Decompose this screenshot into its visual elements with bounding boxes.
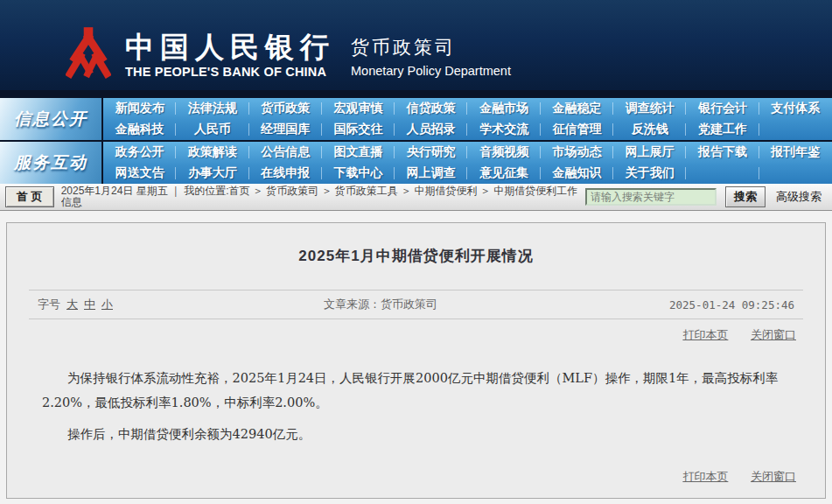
nav-section: 服务互动政务公开政策解读公告信息图文直播央行研究音频视频市场动态网上展厅报告下载… (0, 142, 832, 184)
nav-item[interactable]: 市场动态 (541, 142, 613, 163)
article-body: 为保持银行体系流动性充裕，2025年1月24日，人民银行开展2000亿元中期借贷… (42, 366, 790, 446)
nav-item[interactable]: 网上调查 (395, 163, 467, 184)
home-button[interactable]: 首 页 (5, 186, 54, 207)
nav-item[interactable]: 银行会计 (686, 98, 759, 119)
nav-top-strip (0, 90, 832, 98)
font-size-links: 大中小 (60, 298, 113, 311)
print-page-link[interactable]: 打印本页 (682, 470, 728, 483)
font-size-control: 字号大中小 (38, 297, 324, 312)
article-paragraph: 操作后，中期借贷便利余额为42940亿元。 (42, 422, 790, 446)
nav-item[interactable]: 政策解读 (176, 142, 248, 163)
nav-item[interactable]: 金融知识 (541, 163, 613, 184)
nav-item[interactable]: 金融市场 (467, 98, 540, 119)
nav-item[interactable]: 图文直播 (322, 142, 395, 163)
nav-item[interactable]: 征信管理 (541, 119, 613, 140)
font-size-option[interactable]: 小 (101, 298, 113, 311)
nav-grid: 新闻发布法律法规货币政策宏观审慎信贷政策金融市场金融稳定调查统计银行会计支付体系… (103, 98, 832, 140)
nav-item[interactable]: 宏观审慎 (322, 98, 395, 119)
search-input[interactable] (585, 188, 717, 206)
nav-item[interactable]: 网送文告 (103, 163, 176, 184)
nav-cell-empty (759, 163, 832, 184)
nav-item[interactable]: 央行研究 (395, 142, 467, 163)
nav-item[interactable]: 党建工作 (686, 119, 759, 140)
site-header: 中国人民银行 THE PEOPLE'S BANK OF CHINA 货币政策司 … (0, 0, 832, 90)
nav-section: 信息公开新闻发布法律法规货币政策宏观审慎信贷政策金融市场金融稳定调查统计银行会计… (0, 98, 832, 140)
nav-item[interactable]: 意见征集 (467, 163, 540, 184)
nav-item[interactable]: 货币政策 (249, 98, 322, 119)
nav-item[interactable]: 音频视频 (467, 142, 540, 163)
article-source: 文章来源：货币政策司 (324, 297, 669, 312)
article-actions-top: 打印本页 关闭窗口 (7, 327, 796, 343)
nav-item[interactable]: 政务公开 (103, 142, 176, 163)
article-paragraph: 为保持银行体系流动性充裕，2025年1月24日，人民银行开展2000亿元中期借贷… (42, 366, 790, 415)
font-size-label: 字号 (38, 298, 60, 311)
close-window-link[interactable]: 关闭窗口 (751, 470, 796, 483)
nav-item[interactable]: 调查统计 (613, 98, 686, 119)
breadcrumb-separator: ｜ (171, 186, 181, 197)
nav-item[interactable]: 经理国库 (249, 119, 322, 140)
font-size-option[interactable]: 大 (66, 298, 78, 311)
nav-item[interactable]: 金融稳定 (541, 98, 613, 119)
breadcrumb-toolbar: 首 页 2025年1月24日 星期五 ｜ 我的位置:首页 ＞ 货币政策司 ＞ 货… (0, 184, 832, 211)
nav-cell-empty (759, 119, 832, 140)
bank-title-block: 中国人民银行 THE PEOPLE'S BANK OF CHINA (125, 32, 335, 79)
nav-item[interactable]: 网上展厅 (613, 142, 686, 163)
nav-item[interactable]: 法律法规 (176, 98, 248, 119)
font-size-option[interactable]: 中 (84, 298, 95, 311)
source-value: 货币政策司 (381, 298, 437, 311)
nav-cell-empty (686, 163, 759, 184)
article-meta-row: 字号大中小 文章来源：货币政策司 2025-01-24 09:25:46 (29, 290, 803, 319)
department-name-cn: 货币政策司 (351, 35, 511, 60)
print-page-link[interactable]: 打印本页 (682, 328, 728, 341)
nav-item[interactable]: 报告下载 (686, 142, 759, 163)
source-label: 文章来源： (324, 298, 381, 311)
nav-item[interactable]: 人员招录 (395, 119, 467, 140)
nav-item[interactable]: 在线申报 (249, 163, 322, 184)
bank-name-cn: 中国人民银行 (125, 32, 335, 62)
department-title-block: 货币政策司 Monetary Policy Department (351, 35, 511, 79)
nav-item[interactable]: 支付体系 (759, 98, 832, 119)
nav-item[interactable]: 报刊年鉴 (759, 142, 832, 163)
department-name-en: Monetary Policy Department (351, 64, 511, 78)
nav-item[interactable]: 金融科技 (103, 119, 176, 140)
nav-item[interactable]: 信贷政策 (395, 98, 467, 119)
nav-item[interactable]: 办事大厅 (176, 163, 248, 184)
nav-item[interactable]: 反洗钱 (613, 119, 686, 140)
main-nav: 信息公开新闻发布法律法规货币政策宏观审慎信贷政策金融市场金融稳定调查统计银行会计… (0, 98, 832, 184)
article-container: 2025年1月中期借贷便利开展情况 字号大中小 文章来源：货币政策司 2025-… (6, 222, 826, 499)
nav-section-label[interactable]: 服务互动 (0, 142, 103, 184)
nav-grid: 政务公开政策解读公告信息图文直播央行研究音频视频市场动态网上展厅报告下载报刊年鉴… (103, 142, 832, 184)
breadcrumb: 2025年1月24日 星期五 ｜ 我的位置:首页 ＞ 货币政策司 ＞ 货币政策工… (61, 186, 585, 208)
article-datetime: 2025-01-24 09:25:46 (669, 298, 794, 312)
article-actions-bottom: 打印本页 关闭窗口 (7, 469, 796, 485)
nav-item[interactable]: 新闻发布 (103, 98, 176, 119)
pboc-emblem-icon (66, 26, 111, 79)
nav-item[interactable]: 关于我们 (613, 163, 686, 184)
nav-item[interactable]: 学术交流 (467, 119, 540, 140)
nav-item[interactable]: 人民币 (176, 119, 248, 140)
nav-item[interactable]: 国际交往 (322, 119, 395, 140)
close-window-link[interactable]: 关闭窗口 (751, 328, 796, 341)
bank-name-en: THE PEOPLE'S BANK OF CHINA (125, 65, 335, 79)
search-button[interactable]: 搜索 (725, 186, 766, 207)
nav-item[interactable]: 下载中心 (322, 163, 395, 184)
article-title: 2025年1月中期借贷便利开展情况 (7, 223, 825, 266)
nav-item[interactable]: 公告信息 (249, 142, 322, 163)
nav-section-label[interactable]: 信息公开 (0, 98, 103, 140)
advanced-search-link[interactable]: 高级搜索 (776, 189, 822, 205)
